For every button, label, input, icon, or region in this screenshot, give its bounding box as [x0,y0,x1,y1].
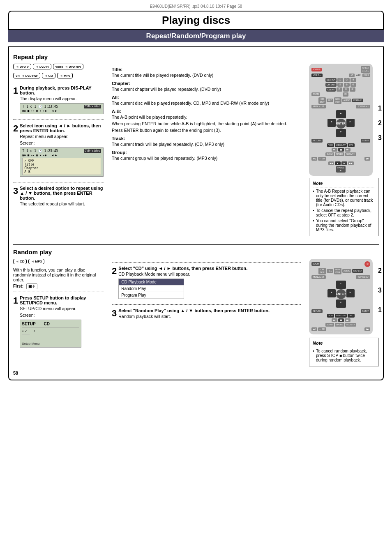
random-step1-bold: Press SETUP button to display SETUP/CD m… [20,295,104,305]
remote-step3: 3 [378,134,382,142]
random-step1-screen-label: Screen: [20,313,104,318]
title-option-label: Title: [112,67,301,72]
remote-step1: 1 [378,105,382,112]
random-step1-number: 1 [13,295,18,306]
mp3-logo: ◄MP3 [57,73,73,78]
chapter-option-text: The current chapter will be played repea… [112,87,301,92]
track-option-label: Track: [112,136,301,141]
random-step2-bold: Select "CD" using ◄ / ► buttons, then pr… [118,266,247,271]
step3-number: 3 [13,186,18,196]
random-middle-col: 2 Select "CD" using ◄ / ► buttons, then … [108,259,305,366]
repeat-disc-logos: ◄DVDV ◄DVDR Video◄DVDRW [13,64,104,69]
group-option-label: Group: [112,150,301,155]
random-intro: With this function, you can play a disc … [13,267,104,282]
chapter-option-label: Chapter: [112,81,301,86]
repeat-note-item2: To cancel the repeat playback, select OF… [313,208,375,217]
step2-screen: T 1 c 1 🕐 1:23:45DVD-Video ▣◉ ■ ✦▸ ▣ ✦ ▸… [20,147,104,177]
ab-option-text1: The A-B point will be played repeatedly. [112,115,301,120]
repeat-note-item1: The A-B Repeat playback can only be set … [313,189,375,207]
random-remote-step2: 2 [378,267,382,274]
page-title: Playing discs [8,11,384,30]
random-step3-number: 3 [112,308,117,319]
random-remote-container: ZOOM ⓪ CMSKIP REC MONITOR AUDIO DISPLAY … [309,259,373,334]
ab-option-text3: Press ENTER button again to select the e… [112,128,301,133]
title-option-text: The current title will be played repeate… [112,73,301,78]
repeat-step2: 2 Select icon using ◄ / ► buttons, then … [13,123,104,179]
setup-screen: SETUP CD ≡ ✓ ♪ [20,320,81,348]
ab-option-text2: When pressing ENTER button while A-B is … [112,121,301,126]
repeat-left-col: ◄DVDV ◄DVDR Video◄DVDRW VR◄DVDRW ◄CD ◄MP… [13,64,104,236]
repeat-remote-container: POWER OPEN/CLOSE VCR Port ②? ARC FREE SE… [309,64,373,176]
random-step2: 2 Select "CD" using ◄ / ► buttons, then … [112,266,301,301]
random-note-title: Note [313,341,375,345]
step3-sub: The selected repeat play will start. [20,201,104,206]
random-step3-bold: Select "Random Play" using ▲ / ▼ buttons… [118,308,270,313]
random-note-item1: To cancel random playback, press STOP ■ … [313,349,375,362]
step1-sub: The display menu will appear. [20,96,104,101]
cd-playback-menu: CD Playback Mode Random Play Program Pla… [118,279,184,299]
random-mp3-logo: ◄MP3 [28,259,44,264]
random-note-box: Note To cancel random playback, press ST… [309,338,379,366]
step-indicators-repeat: 1 2 3 [378,105,382,142]
random-step1: 1 Press SETUP button to display SETUP/CD… [13,295,104,350]
repeat-right-col: POWER OPEN/CLOSE VCR Port ②? ARC FREE SE… [309,64,379,236]
repeat-note-box: Note The A-B Repeat playback can only be… [309,178,379,236]
page-number: 58 [13,371,379,375]
repeat-step1: 1 During playback, press DIS-PLAY button… [13,85,104,116]
random-step2-sub: CD Playback Mode menu will appear. [118,272,247,276]
main-content: Repeat play ◄DVDV ◄DVDR Video◄DVDRW VR◄D… [8,46,384,380]
remote-step2: 2 [378,120,382,127]
step1-screen: T 1 c 1 🕐 1:23:45DVD-Video ▣◉ ■ ✦▸ ▣ ✦ ▸… [20,103,104,114]
step1-number: 1 [13,85,18,96]
repeat-disc-logos2: VR◄DVDRW ◄CD ◄MP3 [13,73,104,78]
random-cd-logo: ◄CD [13,259,27,264]
random-remote-step3: 3 [378,287,382,294]
section-header: Repeat/Random/Program play [8,30,384,42]
random-play-area: ◄CD ◄MP3 With this function, you can pla… [13,259,379,366]
random-step2-number: 2 [112,266,117,276]
random-step1-sub: SETUP/CD menu will appear. [20,306,104,311]
step3-bold: Select a desired option to repeat using … [20,186,104,200]
random-step3: 3 Select "Random Play" using ▲ / ▼ butto… [112,308,301,320]
random-remote-step1: 1 [378,306,382,314]
step2-bold: Select icon using ◄ / ► buttons, then pr… [20,123,104,133]
repeat-note-item3: You cannot select "Group" during the ran… [313,219,375,232]
repeat-step3: 3 Select a desired option to repeat usin… [13,186,104,208]
random-remote: ZOOM ⓪ CMSKIP REC MONITOR AUDIO DISPLAY … [309,259,373,334]
step1-bold: During playback, press DIS-PLAY button. [20,85,104,95]
repeat-play-area: ◄DVDV ◄DVDR Video◄DVDRW VR◄DVDRW ◄CD ◄MP… [13,64,379,236]
step2-number: 2 [13,123,18,134]
cd-menu-program: Program Play [119,292,184,299]
step2-screen-label: Screen: [20,140,104,145]
repeat-note-title: Note [313,181,375,186]
group-option-text: The current group will be played repeate… [112,156,301,161]
random-right-col: ZOOM ⓪ CMSKIP REC MONITOR AUDIO DISPLAY … [309,259,379,366]
dvdv-logo: ◄DVDV [13,64,31,69]
vr-dvdrw-logo: VR◄DVDRW [13,73,40,78]
cd-menu-header: CD Playback Mode [119,279,184,286]
repeat-middle-col: Title: The current title will be played … [108,64,305,236]
step-indicators-random: 2 3 1 [378,267,382,314]
page-header: E9460UD(EN/ SP/FR) .qx3 04.8.10 10:47 Pa… [8,4,384,9]
video-dvdrw-logo: Video◄DVDRW [53,64,84,69]
random-play-title: Random play [13,249,379,256]
repeat-play-title: Repeat play [13,53,379,60]
random-step3-sub: Random playback will start. [118,314,270,319]
all-option-label: All: [112,95,301,100]
dvdr-logo: ◄DVDR [33,64,51,69]
ab-option-label: A-B: [112,109,301,114]
step2-sub: Repeat menu will appear. [20,134,104,139]
cd-logo: ◄CD [42,73,55,78]
random-first-label: First: ▣⇩ [13,284,104,288]
random-disc-logos: ◄CD ◄MP3 [13,259,104,264]
track-option-text: The current track will be played repeate… [112,142,301,147]
random-left-col: ◄CD ◄MP3 With this function, you can pla… [13,259,104,366]
cd-menu-random: Random Play [119,286,184,292]
all-option-text: The current disc will be played repeated… [112,101,301,106]
repeat-remote: POWER OPEN/CLOSE VCR Port ②? ARC FREE SE… [309,64,373,176]
